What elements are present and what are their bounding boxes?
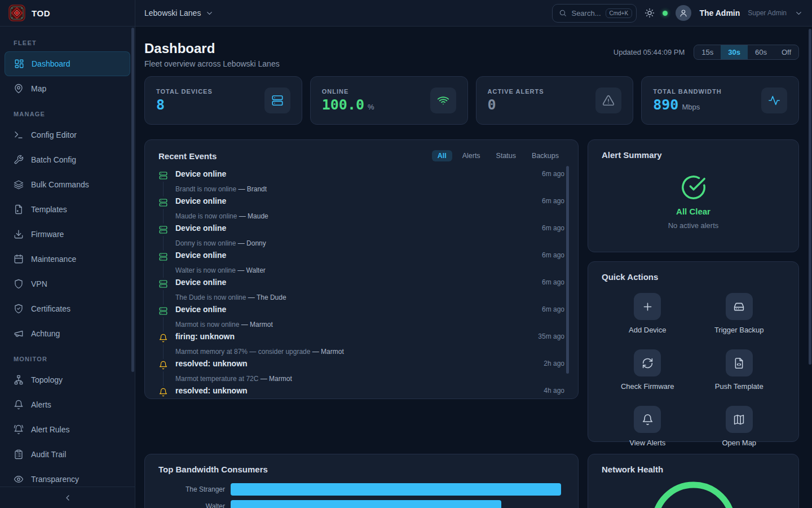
tab-all[interactable]: All — [432, 150, 452, 161]
event-title: Device online — [175, 224, 535, 237]
sidebar-item-alert-rules[interactable]: Alert Rules — [5, 417, 130, 442]
sidebar-item-label: Firmware — [31, 230, 64, 239]
refresh-icon — [642, 357, 654, 369]
sidebar-item-label: Certificates — [31, 304, 70, 313]
event-row[interactable]: firing: unknown 35m ago Marmot memory at… — [158, 332, 564, 359]
quick-actions-panel: Quick Actions Add Device Trigger Backup — [588, 261, 799, 442]
sidebar-item-maintenance[interactable]: Maintenance — [5, 247, 130, 271]
file-icon — [14, 204, 24, 214]
sidebar-item-vpn[interactable]: VPN — [5, 271, 130, 296]
stat-value: 0 — [488, 97, 496, 113]
sidebar-item-audit-trail[interactable]: Audit Trail — [5, 442, 130, 467]
event-row[interactable]: Device online 6m ago Walter is now onlin… — [158, 251, 564, 278]
stat-value: 8 — [156, 97, 165, 113]
event-title: resolved: unknown — [175, 386, 536, 399]
sidebar-item-certificates[interactable]: Certificates — [5, 296, 130, 321]
refresh-60s-button[interactable]: 60s — [748, 45, 774, 59]
quick-action-label: Check Firmware — [621, 382, 674, 391]
server-icon — [158, 196, 168, 209]
event-time: 6m ago — [542, 305, 564, 318]
event-time: 35m ago — [538, 332, 564, 345]
sidebar-item-batch-config[interactable]: Batch Config — [5, 147, 130, 172]
sidebar-section-manage: MANAGE — [14, 110, 121, 118]
network-health-gauge: 100 — [602, 479, 785, 508]
sidebar-item-transparency[interactable]: Transparency — [5, 467, 130, 487]
network-health-title: Network Health — [602, 465, 663, 474]
alert-summary-panel: Alert Summary All Clear No active alerts — [588, 139, 799, 252]
event-row[interactable]: Device online 6m ago Brandt is now onlin… — [158, 169, 564, 196]
trigger-backup-button[interactable]: Trigger Backup — [694, 293, 785, 334]
server-icon — [158, 278, 168, 290]
theme-toggle-sun-icon[interactable] — [645, 8, 655, 18]
sidebar-item-topology[interactable]: Topology — [5, 367, 130, 392]
event-row[interactable]: Device online 6m ago Marmot is now onlin… — [158, 305, 564, 332]
stat-value: 100.0 — [322, 97, 364, 113]
org-selector-label: Lebowski Lanes — [144, 8, 201, 17]
stat-suffix: Mbps — [682, 103, 700, 111]
hard-drive-icon — [733, 301, 745, 313]
org-selector[interactable]: Lebowski Lanes — [144, 8, 214, 17]
server-icon — [158, 305, 168, 317]
bandwidth-bar — [231, 483, 561, 496]
push-template-button[interactable]: Push Template — [694, 349, 785, 391]
event-title: firing: unknown — [175, 332, 531, 345]
sidebar-item-label: Achtung — [31, 329, 60, 338]
add-device-button[interactable]: Add Device — [602, 293, 694, 334]
sidebar-item-label: Batch Config — [31, 155, 76, 164]
sidebar-item-templates[interactable]: Templates — [5, 197, 130, 222]
sidebar-section-fleet: FLEET — [14, 39, 121, 47]
user-menu-chevron-icon[interactable] — [795, 9, 803, 17]
event-time: 6m ago — [542, 278, 564, 291]
sidebar-item-achtung[interactable]: Achtung — [5, 321, 130, 346]
tab-backups[interactable]: Backups — [526, 150, 564, 161]
updated-timestamp: Updated 05:44:09 PM — [614, 48, 685, 56]
calendar-icon — [14, 254, 24, 264]
sidebar-item-label: Config Editor — [31, 130, 77, 139]
bar-row: The Stranger — [158, 483, 564, 496]
sidebar-item-alerts[interactable]: Alerts — [5, 392, 130, 417]
bandwidth-bar — [231, 500, 501, 508]
stat-cards-row: TOTAL DEVICES 8 ONLINE 100.0 % — [144, 76, 799, 125]
collapse-sidebar-icon[interactable] — [63, 493, 72, 502]
open-map-button[interactable]: Open Map — [694, 406, 785, 447]
tab-alerts[interactable]: Alerts — [457, 150, 486, 161]
check-firmware-button[interactable]: Check Firmware — [602, 349, 694, 391]
sidebar-item-config-editor[interactable]: Config Editor — [5, 122, 130, 147]
sidebar-scrollbar[interactable] — [131, 28, 134, 372]
event-row[interactable]: resolved: unknown 2h ago Marmot temperat… — [158, 359, 564, 386]
sidebar-item-label: Maintenance — [31, 255, 76, 264]
sidebar-item-map[interactable]: Map — [5, 76, 130, 101]
refresh-off-button[interactable]: Off — [774, 45, 798, 59]
event-subtitle: Marmot memory at 87% — consider upgrade … — [175, 348, 564, 360]
event-row[interactable]: Device online 6m ago Maude is now online… — [158, 196, 564, 224]
search-input[interactable]: Search... Cmd+K — [552, 4, 637, 23]
event-row[interactable]: resolved: unknown 4h ago — [158, 386, 564, 399]
event-time: 6m ago — [542, 169, 564, 183]
wifi-icon — [437, 94, 449, 107]
event-subtitle: Marmot temperature at 72C — Marmot — [175, 375, 564, 387]
tab-status[interactable]: Status — [491, 150, 522, 161]
event-time: 6m ago — [542, 196, 564, 210]
event-row[interactable]: Device online 6m ago Donny is now online… — [158, 224, 564, 251]
page-title: Dashboard — [144, 40, 280, 57]
event-row[interactable]: Device online 6m ago The Dude is now onl… — [158, 278, 564, 305]
shield-icon — [14, 279, 24, 289]
quick-action-label: Push Template — [715, 382, 764, 391]
view-alerts-button[interactable]: View Alerts — [602, 406, 694, 447]
event-title: Device online — [175, 278, 535, 291]
refresh-30s-button[interactable]: 30s — [721, 45, 748, 59]
server-icon — [158, 169, 168, 182]
sidebar-item-firmware[interactable]: Firmware — [5, 222, 130, 247]
main-scrollbar[interactable] — [809, 29, 811, 365]
sidebar-item-bulk-commands[interactable]: Bulk Commands — [5, 172, 130, 197]
user-name: The Admin — [699, 8, 740, 17]
event-time: 2h ago — [544, 359, 564, 373]
avatar[interactable] — [676, 5, 691, 21]
recent-events-panel: Recent Events All Alerts Status Backups … — [144, 139, 579, 399]
refresh-15s-button[interactable]: 15s — [694, 45, 721, 59]
stat-label: ACTIVE ALERTS — [488, 88, 544, 95]
search-shortcut-badge: Cmd+K — [606, 8, 633, 18]
events-scrollbar[interactable] — [566, 166, 569, 374]
sitemap-icon — [14, 375, 24, 385]
sidebar-item-dashboard[interactable]: Dashboard — [5, 51, 130, 76]
